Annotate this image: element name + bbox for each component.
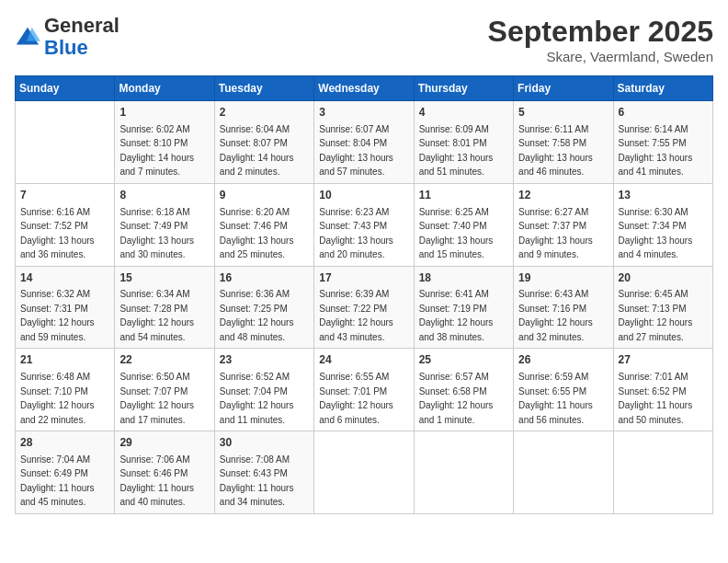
day-number: 29 xyxy=(119,435,209,451)
day-number: 4 xyxy=(419,105,508,121)
day-cell: 12Sunrise: 6:27 AMSunset: 7:37 PMDayligh… xyxy=(514,183,613,266)
header-cell-saturday: Saturday xyxy=(613,76,712,101)
day-info: Sunrise: 6:16 AMSunset: 7:52 PMDaylight:… xyxy=(20,207,95,260)
day-info: Sunrise: 6:02 AMSunset: 8:10 PMDaylight:… xyxy=(119,124,194,178)
day-info: Sunrise: 6:52 AMSunset: 7:04 PMDaylight:… xyxy=(220,372,294,425)
day-cell: 15Sunrise: 6:34 AMSunset: 7:28 PMDayligh… xyxy=(115,266,214,349)
day-cell: 14Sunrise: 6:32 AMSunset: 7:31 PMDayligh… xyxy=(16,266,115,349)
header-cell-wednesday: Wednesday xyxy=(314,76,414,101)
day-cell xyxy=(314,431,414,514)
header-row: SundayMondayTuesdayWednesdayThursdayFrid… xyxy=(16,76,713,101)
day-info: Sunrise: 6:39 AMSunset: 7:22 PMDaylight:… xyxy=(319,289,393,342)
day-number: 12 xyxy=(518,188,608,203)
day-cell: 6Sunrise: 6:14 AMSunset: 7:55 PMDaylight… xyxy=(613,101,712,184)
month-title: September 2025 xyxy=(488,15,713,49)
day-number: 11 xyxy=(419,188,508,203)
day-number: 15 xyxy=(119,270,209,286)
day-number: 18 xyxy=(419,270,508,286)
day-number: 14 xyxy=(20,270,109,286)
day-info: Sunrise: 7:06 AMSunset: 6:46 PMDaylight:… xyxy=(119,454,194,508)
day-number: 27 xyxy=(619,352,708,368)
day-number: 19 xyxy=(518,270,608,286)
day-info: Sunrise: 6:48 AMSunset: 7:10 PMDaylight:… xyxy=(20,372,95,425)
day-info: Sunrise: 6:20 AMSunset: 7:46 PMDaylight:… xyxy=(220,207,294,260)
header-cell-sunday: Sunday xyxy=(16,76,115,101)
day-cell: 16Sunrise: 6:36 AMSunset: 7:25 PMDayligh… xyxy=(214,266,313,349)
page-header: General Blue September 2025 Skare, Vaerm… xyxy=(15,15,713,64)
week-row-1: 1Sunrise: 6:02 AMSunset: 8:10 PMDaylight… xyxy=(16,101,713,184)
day-info: Sunrise: 6:23 AMSunset: 7:43 PMDaylight:… xyxy=(319,207,393,260)
calendar-body: 1Sunrise: 6:02 AMSunset: 8:10 PMDaylight… xyxy=(16,101,713,514)
day-number: 17 xyxy=(319,270,408,286)
header-cell-monday: Monday xyxy=(115,76,214,101)
header-cell-tuesday: Tuesday xyxy=(214,76,313,101)
day-info: Sunrise: 6:55 AMSunset: 7:01 PMDaylight:… xyxy=(319,372,393,425)
day-cell: 10Sunrise: 6:23 AMSunset: 7:43 PMDayligh… xyxy=(314,183,414,266)
day-info: Sunrise: 6:59 AMSunset: 6:55 PMDaylight:… xyxy=(518,372,593,425)
day-number: 3 xyxy=(319,105,408,121)
day-info: Sunrise: 6:07 AMSunset: 8:04 PMDaylight:… xyxy=(319,124,393,178)
day-number: 22 xyxy=(119,352,209,368)
day-info: Sunrise: 6:27 AMSunset: 7:37 PMDaylight:… xyxy=(518,207,593,260)
day-cell: 28Sunrise: 7:04 AMSunset: 6:49 PMDayligh… xyxy=(16,431,115,514)
day-info: Sunrise: 6:30 AMSunset: 7:34 PMDaylight:… xyxy=(619,207,693,260)
day-info: Sunrise: 6:43 AMSunset: 7:16 PMDaylight:… xyxy=(518,289,593,342)
week-row-5: 28Sunrise: 7:04 AMSunset: 6:49 PMDayligh… xyxy=(16,431,713,514)
day-cell: 17Sunrise: 6:39 AMSunset: 7:22 PMDayligh… xyxy=(314,266,414,349)
week-row-4: 21Sunrise: 6:48 AMSunset: 7:10 PMDayligh… xyxy=(16,349,713,431)
day-info: Sunrise: 6:18 AMSunset: 7:49 PMDaylight:… xyxy=(119,207,194,260)
day-cell: 7Sunrise: 6:16 AMSunset: 7:52 PMDaylight… xyxy=(16,183,115,266)
day-cell: 26Sunrise: 6:59 AMSunset: 6:55 PMDayligh… xyxy=(514,349,613,431)
day-number: 26 xyxy=(518,352,608,368)
day-info: Sunrise: 6:50 AMSunset: 7:07 PMDaylight:… xyxy=(119,372,194,425)
day-cell: 27Sunrise: 7:01 AMSunset: 6:52 PMDayligh… xyxy=(613,349,712,431)
day-cell: 19Sunrise: 6:43 AMSunset: 7:16 PMDayligh… xyxy=(514,266,613,349)
day-cell: 18Sunrise: 6:41 AMSunset: 7:19 PMDayligh… xyxy=(414,266,513,349)
day-cell: 23Sunrise: 6:52 AMSunset: 7:04 PMDayligh… xyxy=(214,349,313,431)
week-row-2: 7Sunrise: 6:16 AMSunset: 7:52 PMDaylight… xyxy=(16,183,713,266)
day-cell xyxy=(613,431,712,514)
day-number: 30 xyxy=(220,435,309,451)
day-cell: 8Sunrise: 6:18 AMSunset: 7:49 PMDaylight… xyxy=(115,183,214,266)
header-cell-thursday: Thursday xyxy=(414,76,513,101)
day-number: 10 xyxy=(319,188,408,203)
day-cell: 25Sunrise: 6:57 AMSunset: 6:58 PMDayligh… xyxy=(414,349,513,431)
day-number: 8 xyxy=(119,188,209,203)
day-info: Sunrise: 6:11 AMSunset: 7:58 PMDaylight:… xyxy=(518,124,593,178)
day-info: Sunrise: 6:14 AMSunset: 7:55 PMDaylight:… xyxy=(619,124,693,178)
day-number: 28 xyxy=(20,435,109,451)
subtitle: Skare, Vaermland, Sweden xyxy=(488,49,713,64)
day-number: 21 xyxy=(20,352,109,368)
day-number: 2 xyxy=(220,105,309,121)
day-info: Sunrise: 6:32 AMSunset: 7:31 PMDaylight:… xyxy=(20,289,95,342)
day-number: 23 xyxy=(220,352,309,368)
day-info: Sunrise: 7:01 AMSunset: 6:52 PMDaylight:… xyxy=(619,372,693,425)
day-info: Sunrise: 6:45 AMSunset: 7:13 PMDaylight:… xyxy=(619,289,693,342)
day-cell: 4Sunrise: 6:09 AMSunset: 8:01 PMDaylight… xyxy=(414,101,513,184)
day-cell: 2Sunrise: 6:04 AMSunset: 8:07 PMDaylight… xyxy=(214,101,313,184)
day-cell: 22Sunrise: 6:50 AMSunset: 7:07 PMDayligh… xyxy=(115,349,214,431)
day-cell: 9Sunrise: 6:20 AMSunset: 7:46 PMDaylight… xyxy=(214,183,313,266)
day-info: Sunrise: 6:41 AMSunset: 7:19 PMDaylight:… xyxy=(419,289,494,342)
logo: General Blue xyxy=(15,15,119,59)
day-info: Sunrise: 7:08 AMSunset: 6:43 PMDaylight:… xyxy=(220,454,294,508)
calendar-header: SundayMondayTuesdayWednesdayThursdayFrid… xyxy=(16,76,713,101)
day-number: 6 xyxy=(619,105,708,121)
day-number: 20 xyxy=(619,270,708,286)
day-cell: 24Sunrise: 6:55 AMSunset: 7:01 PMDayligh… xyxy=(314,349,414,431)
day-info: Sunrise: 6:36 AMSunset: 7:25 PMDaylight:… xyxy=(220,289,294,342)
day-number: 5 xyxy=(518,105,608,121)
day-cell xyxy=(414,431,513,514)
day-cell: 29Sunrise: 7:06 AMSunset: 6:46 PMDayligh… xyxy=(115,431,214,514)
day-number: 24 xyxy=(319,352,408,368)
day-info: Sunrise: 6:09 AMSunset: 8:01 PMDaylight:… xyxy=(419,124,494,178)
logo-icon xyxy=(15,24,40,50)
day-info: Sunrise: 6:04 AMSunset: 8:07 PMDaylight:… xyxy=(220,124,294,178)
day-info: Sunrise: 7:04 AMSunset: 6:49 PMDaylight:… xyxy=(20,454,95,508)
day-info: Sunrise: 6:57 AMSunset: 6:58 PMDaylight:… xyxy=(419,372,494,425)
day-cell: 3Sunrise: 6:07 AMSunset: 8:04 PMDaylight… xyxy=(314,101,414,184)
calendar-table: SundayMondayTuesdayWednesdayThursdayFrid… xyxy=(15,75,713,514)
title-block: September 2025 Skare, Vaermland, Sweden xyxy=(488,15,713,64)
day-number: 7 xyxy=(20,188,109,203)
day-number: 9 xyxy=(220,188,309,203)
